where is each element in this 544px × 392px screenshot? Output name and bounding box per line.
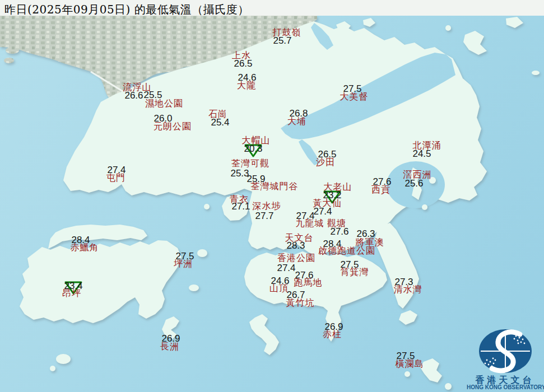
station-name: 黃竹坑 xyxy=(286,297,315,309)
station-name: 跑馬地 xyxy=(294,277,323,289)
station-name: 打鼓嶺 xyxy=(273,27,301,39)
station-name: 大隴 xyxy=(237,80,256,92)
station-name: 荃灣城門谷 xyxy=(251,181,299,193)
station-name: 西貢 xyxy=(371,184,390,196)
station-name: 觀塘 xyxy=(327,218,346,230)
station-name: 濕地公園 xyxy=(145,98,183,110)
station-name: 大埔 xyxy=(287,116,306,128)
station-name: 大帽山 xyxy=(242,135,271,147)
station-name: 清水灣 xyxy=(394,284,422,296)
weather-map-page: 昨日(2025年09月05日) 的最低氣溫（攝氏度） 25.7打鼓嶺26.5上水… xyxy=(0,0,544,392)
map-title: 昨日(2025年09月05日) 的最低氣溫（攝氏度） xyxy=(4,2,249,17)
station-name: 赤鱲角 xyxy=(71,242,99,254)
station-name: 坪洲 xyxy=(174,258,193,270)
station-name: 深水埗 xyxy=(253,200,281,212)
station-name: 石崗 xyxy=(208,109,227,120)
station-name: 大美督 xyxy=(340,91,369,103)
station-name: 黃大仙 xyxy=(313,198,342,209)
station-name: 將軍澳 xyxy=(356,237,384,249)
station-name: 沙田 xyxy=(316,157,335,169)
station-name: 滘西洲 xyxy=(403,169,432,181)
station-name: 屯門 xyxy=(106,172,125,184)
station-name: 山頂 xyxy=(269,283,289,295)
station-name: 赤柱 xyxy=(323,329,342,340)
station-name: 長洲 xyxy=(160,341,179,353)
station-temp-value: 27.4 xyxy=(277,263,295,274)
station-name: 元朗公園 xyxy=(154,121,192,133)
station-name: 昂坪 xyxy=(62,288,81,300)
station-temp-value: 27.7 xyxy=(255,211,273,222)
station-name: 九龍城 xyxy=(296,218,324,230)
station-name: 天文台 xyxy=(285,232,314,244)
station-name: 上水 xyxy=(232,50,251,62)
station-name: 香港公園 xyxy=(277,253,315,264)
station-name: 筲箕灣 xyxy=(341,267,369,278)
observatory-logo-icon xyxy=(479,329,532,373)
observatory-name-english: HONG KONG OBSERVATORY xyxy=(467,384,544,390)
station-name: 橫瀾島 xyxy=(396,358,424,370)
station-name: 大老山 xyxy=(324,181,352,193)
hong-kong-map xyxy=(0,0,544,392)
station-name: 北潭涌 xyxy=(413,140,441,152)
station-name: 荃灣可觀 xyxy=(231,158,269,170)
station-name: 青衣 xyxy=(230,194,249,206)
